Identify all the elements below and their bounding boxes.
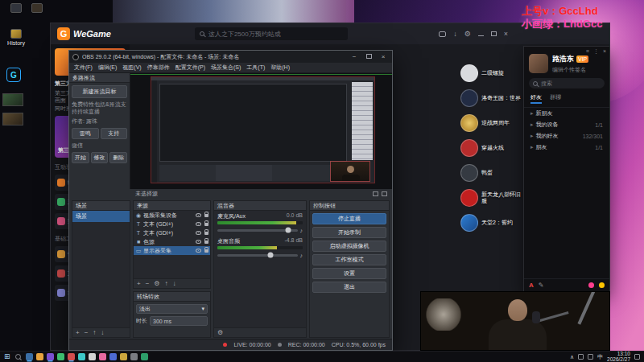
mixer-dock-title[interactable]: 混音器 [214, 201, 306, 211]
desktop-icon[interactable] [26, 3, 48, 13]
source-item[interactable]: T文本 (GDI+) [134, 220, 210, 228]
stream-modify-button[interactable]: 修改 [91, 152, 109, 163]
stream-start-button[interactable]: 开始 [72, 152, 89, 163]
source-item[interactable]: ◉视频采集设备 [134, 211, 210, 220]
game-item[interactable]: 二级螺旋 [460, 64, 523, 82]
taskbar-app-icon[interactable] [130, 353, 138, 360]
taskbar-app-icon[interactable] [47, 353, 54, 360]
lock-icon[interactable] [204, 241, 208, 244]
start-recording-button[interactable]: 开始录制 [312, 227, 386, 238]
taskbar-app-icon[interactable] [26, 353, 33, 360]
volume-icon[interactable] [588, 354, 593, 360]
menu-tools[interactable]: 工具(T) [246, 64, 265, 72]
download-icon[interactable]: ↓ [453, 30, 457, 38]
move-up-button[interactable]: ↑ [93, 329, 96, 336]
taskbar-app-icon[interactable] [57, 353, 64, 360]
taskbar-app-icon[interactable] [99, 353, 106, 360]
move-down-button[interactable]: ↓ [101, 329, 104, 336]
game-item[interactable]: 鸭蛋 [460, 164, 523, 182]
eye-icon[interactable] [196, 249, 201, 253]
game-item[interactable]: 穿越火线 [460, 139, 523, 157]
menu-file[interactable]: 文件(F) [74, 64, 93, 72]
lock-icon[interactable] [204, 223, 208, 226]
virtual-camera-button[interactable]: 启动虚拟摄像机 [312, 241, 386, 252]
menu-scene-collection[interactable]: 场景集合(S) [211, 64, 241, 72]
controls-dock-title[interactable]: 控制按钮 [310, 201, 389, 211]
minimize-button[interactable] [478, 30, 484, 38]
exit-button[interactable]: 退出 [312, 282, 386, 293]
avatar[interactable] [529, 54, 548, 73]
volume-slider[interactable]: ♪ [217, 226, 303, 234]
source-item[interactable]: ■色源 [134, 237, 210, 246]
menu-edit[interactable]: 编辑(E) [98, 64, 117, 72]
list-item-my-friends[interactable]: ▸ 我的好友 132/301 [524, 130, 609, 142]
donate-button[interactable]: 雷鸣 [72, 128, 99, 139]
network-icon[interactable] [578, 354, 584, 360]
tab-friends[interactable]: 好友 [530, 93, 542, 104]
eye-icon[interactable] [196, 222, 201, 226]
eye-icon[interactable] [196, 231, 201, 235]
taskbar-app-icon[interactable] [68, 353, 75, 360]
scene-item[interactable]: 场景 [72, 211, 130, 222]
start-button[interactable]: ⊞ [4, 353, 10, 360]
menu-help[interactable]: 帮助(H) [270, 64, 290, 72]
lock-icon[interactable] [204, 232, 208, 235]
duration-input[interactable]: 300 ms [150, 316, 208, 326]
slider-knob[interactable] [267, 253, 273, 258]
desktop-icon[interactable] [5, 3, 27, 13]
wegame-search-input[interactable]: 这人之下2500万预约站成 [195, 27, 348, 40]
menu-profile[interactable]: 配置文件(P) [175, 64, 205, 72]
game-item[interactable]: 新天龙八部怀旧服 [460, 189, 523, 207]
source-item[interactable]: T文本 (GDI+) [134, 228, 210, 237]
status-dot-yellow[interactable] [599, 282, 605, 288]
input-language[interactable]: 中 [597, 353, 603, 361]
clock[interactable]: 13:10 2026/2/27 [607, 352, 630, 362]
gear-icon[interactable]: ⚙ [464, 30, 471, 38]
menu-icon[interactable]: ≡ [586, 48, 589, 55]
lock-icon[interactable] [382, 191, 387, 196]
game-item[interactable]: 逆战两周年 [460, 114, 523, 132]
maximize-button[interactable] [363, 53, 374, 60]
menu-docks[interactable]: 停靠部件 [147, 64, 170, 72]
mixer-settings-button[interactable]: ⚙ [217, 329, 223, 336]
close-button[interactable]: × [378, 53, 389, 60]
list-item-friends-group[interactable]: ▸ 朋友 1/1 [524, 142, 609, 153]
tab-groups[interactable]: 群聊 [550, 93, 561, 104]
font-icon[interactable]: A [529, 282, 534, 289]
g-hub-logo[interactable]: G [6, 68, 21, 82]
taskbar-app-icon[interactable] [78, 353, 85, 360]
stop-streaming-button[interactable]: 停止直播 [312, 213, 386, 224]
new-stream-target-button[interactable]: 新建推流目标 [72, 85, 127, 98]
list-item-devices[interactable]: ▸ 我的设备 1/1 [524, 119, 609, 130]
add-scene-button[interactable]: + [76, 329, 80, 336]
taskbar-app-icon[interactable] [141, 353, 148, 360]
screenshot-thumbnail[interactable] [2, 113, 23, 125]
transition-select[interactable]: 淡出 ▾ [136, 304, 208, 314]
settings-button[interactable]: 设置 [312, 268, 386, 279]
contacts-search-input[interactable]: 搜索 [529, 78, 605, 88]
screenshot-thumbnail[interactable] [2, 93, 23, 106]
obs-titlebar[interactable]: OBS 29.0.2 (64-bit, windows) - 配置文件: 未命名… [69, 51, 392, 63]
menu-view[interactable]: 视图(V) [122, 64, 141, 72]
chat-icon[interactable] [439, 31, 446, 37]
desktop-icon-history[interactable]: History [5, 29, 27, 46]
taskbar-app-icon[interactable] [89, 353, 96, 360]
signature[interactable]: 编辑个性签名 [552, 66, 588, 74]
eye-icon[interactable] [196, 240, 201, 244]
multistream-dock-title[interactable]: 多路推流 [69, 73, 130, 83]
sources-dock-title[interactable]: 来源 [134, 201, 210, 211]
speaker-icon[interactable]: ♪ [300, 228, 303, 233]
add-source-button[interactable]: + [137, 280, 141, 287]
tray-expand-icon[interactable]: ∧ [570, 354, 574, 360]
minimize-button[interactable]: − [349, 53, 360, 60]
taskbar-app-icon[interactable] [109, 353, 117, 360]
source-properties-button[interactable]: ⚙ [154, 280, 159, 287]
taskbar-search-icon[interactable] [15, 354, 21, 360]
status-dot-pink[interactable] [588, 282, 594, 288]
grid-icon[interactable] [373, 191, 378, 196]
close-button[interactable]: × [504, 30, 508, 38]
taskbar-app-icon[interactable] [36, 353, 43, 360]
game-item[interactable]: 洛奇王国：世界 [460, 89, 523, 107]
taskbar-app-icon[interactable] [120, 353, 127, 360]
support-button[interactable]: 支持 [101, 128, 128, 139]
